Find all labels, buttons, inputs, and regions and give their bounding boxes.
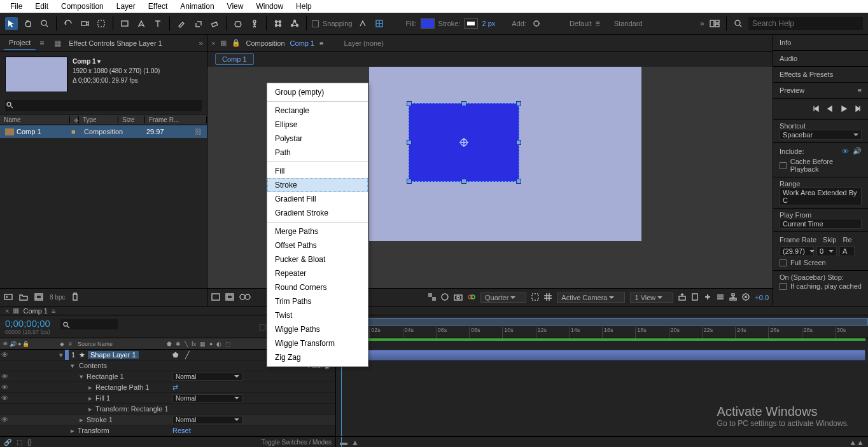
prop-stroke[interactable]: Stroke 1 xyxy=(85,416,170,423)
interpret-icon[interactable] xyxy=(4,293,13,302)
resize-handle[interactable] xyxy=(516,179,521,184)
menu-file[interactable]: File xyxy=(4,1,29,12)
twirl-icon[interactable]: ▾ xyxy=(57,351,65,359)
comp-thumbnail[interactable] xyxy=(5,57,67,92)
flowchart-icon[interactable]: ⛓ xyxy=(195,128,202,135)
workspace-switcher-icon[interactable] xyxy=(708,17,721,30)
project-item-row[interactable]: Comp 1 ■ Composition 29.97 ⛓ xyxy=(0,125,207,138)
workspace-default[interactable]: Default xyxy=(570,20,592,27)
tab-layer[interactable]: Layer (none) xyxy=(344,39,384,47)
link-icon[interactable]: 🔗 xyxy=(4,439,11,446)
menu-round-corners[interactable]: Round Corners xyxy=(267,280,368,294)
anchor-point-icon[interactable] xyxy=(459,138,468,147)
overflow-icon[interactable]: » xyxy=(700,19,704,28)
include-video-icon[interactable]: 👁 xyxy=(842,148,849,155)
blendmode-dropdown[interactable]: Normal xyxy=(172,373,242,381)
add-shape-context-menu[interactable]: Group (empty) Rectangle Ellipse Polystar… xyxy=(267,83,368,367)
menu-window[interactable]: Window xyxy=(249,1,290,12)
eye-toggle[interactable]: 👁 xyxy=(0,383,9,391)
blendmode-dropdown[interactable]: Normal xyxy=(172,394,242,402)
col-label-icon[interactable]: ◆ xyxy=(70,116,79,123)
resize-handle[interactable] xyxy=(516,140,521,145)
current-time[interactable]: 0;00;00;00 xyxy=(5,318,50,329)
framerate-dropdown[interactable]: (29.97) xyxy=(780,246,814,256)
resize-handle[interactable] xyxy=(461,101,466,106)
goggles-icon[interactable] xyxy=(239,294,251,301)
menu-pucker-bloat[interactable]: Pucker & Bloat xyxy=(267,252,368,266)
tab-project[interactable]: Project xyxy=(4,36,36,50)
range-dropdown[interactable]: Work Area Extended By C xyxy=(780,188,862,205)
grid-icon[interactable] xyxy=(544,293,552,302)
twirl-icon[interactable]: ▸ xyxy=(69,427,76,435)
menu-edit[interactable]: Edit xyxy=(29,1,55,12)
menu-wiggle-paths[interactable]: Wiggle Paths xyxy=(267,322,368,336)
resize-handle[interactable] xyxy=(461,179,466,184)
menu-polystar[interactable]: Polystar xyxy=(267,132,368,146)
layer-prop-row[interactable]: 👁 ▸ Fill 1 Normal xyxy=(0,393,335,404)
pen-tool-icon[interactable] xyxy=(135,17,148,30)
shy-icon[interactable]: ⬚ xyxy=(259,322,266,331)
timeline-icon[interactable] xyxy=(717,293,724,302)
new-comp-icon[interactable] xyxy=(34,293,43,302)
menu-merge-paths[interactable]: Merge Paths xyxy=(267,224,368,238)
comp-name[interactable]: Comp 1 ▾ xyxy=(73,57,160,66)
snap-opt-icon[interactable] xyxy=(356,17,369,30)
layer-prop-row[interactable]: ▸ Transform: Rectangle 1 xyxy=(0,404,335,415)
twirl-icon[interactable]: ▾ xyxy=(69,362,76,370)
twirl-icon[interactable]: ▸ xyxy=(87,383,94,392)
cache-checkbox[interactable] xyxy=(780,162,787,169)
menu-offset-paths[interactable]: Offset Paths xyxy=(267,238,368,252)
rectangle-tool-icon[interactable] xyxy=(118,17,131,30)
burger-icon[interactable]: ≡ xyxy=(596,19,600,28)
resize-handle[interactable] xyxy=(516,101,521,106)
menu-wiggle-transform[interactable]: Wiggle Transform xyxy=(267,336,368,350)
trash-icon[interactable] xyxy=(71,292,79,303)
menu-trim-paths[interactable]: Trim Paths xyxy=(267,294,368,308)
col-sourcename[interactable]: Source Name xyxy=(75,341,164,347)
menu-rectangle[interactable]: Rectangle xyxy=(267,104,368,118)
menu-composition[interactable]: Composition xyxy=(55,1,110,12)
reset-exposure-icon[interactable] xyxy=(742,293,750,302)
twirl-icon[interactable]: ▸ xyxy=(87,405,94,413)
bpc-label[interactable]: 8 bpc xyxy=(50,294,65,301)
share-icon[interactable] xyxy=(678,293,686,302)
menu-layer[interactable]: Layer xyxy=(110,1,142,12)
eye-toggle[interactable]: 👁 xyxy=(0,373,9,380)
mesh-icon[interactable] xyxy=(272,17,284,30)
pixel-aspect-icon[interactable] xyxy=(691,293,699,302)
composition-canvas[interactable] xyxy=(369,67,641,241)
zoom-in-icon[interactable]: ▲▲ xyxy=(849,438,864,447)
ifcaching-checkbox[interactable] xyxy=(780,283,787,290)
magnification-icon[interactable] xyxy=(211,293,220,302)
work-area-bar[interactable] xyxy=(336,318,868,326)
menu-fill[interactable]: Fill xyxy=(267,164,368,178)
label-color-icon[interactable]: ■ xyxy=(71,128,80,135)
shortcut-dropdown[interactable]: Spacebar xyxy=(780,130,862,140)
tab-composition-name[interactable]: Comp 1 xyxy=(290,39,315,47)
include-audio-icon[interactable]: 🔊 xyxy=(853,147,862,155)
panel-menu-icon[interactable]: ≡ xyxy=(52,307,55,315)
transparency-grid-icon[interactable] xyxy=(428,293,436,302)
menu-gradient-stroke[interactable]: Gradient Stroke xyxy=(267,206,368,220)
fill-color-swatch[interactable] xyxy=(421,18,435,29)
twirl-icon[interactable]: ▸ xyxy=(87,394,94,402)
brush-tool-icon[interactable] xyxy=(175,17,188,30)
fullscreen-checkbox[interactable] xyxy=(780,259,787,266)
project-search-input[interactable] xyxy=(5,100,202,111)
flowchart-icon[interactable] xyxy=(729,293,737,302)
fast-preview-icon[interactable] xyxy=(704,293,711,302)
prop-transform-rect[interactable]: Transform: Rectangle 1 xyxy=(94,405,335,413)
menu-gradient-fill[interactable]: Gradient Fill xyxy=(267,192,368,206)
panel-menu-icon[interactable]: ≡ xyxy=(39,39,44,48)
play-icon[interactable] xyxy=(840,105,848,113)
puppet-tool-icon[interactable] xyxy=(248,17,261,30)
timeline-tab[interactable]: Comp 1 xyxy=(23,307,48,315)
prev-frame-icon[interactable] xyxy=(826,105,834,113)
channel-icon[interactable] xyxy=(468,293,475,302)
panel-audio[interactable]: Audio xyxy=(773,51,868,67)
twirl-icon[interactable]: ▾ xyxy=(78,373,85,381)
zoom-tool-icon[interactable] xyxy=(38,17,51,30)
snapping-checkbox[interactable] xyxy=(312,20,319,27)
close-tab-icon[interactable]: × xyxy=(211,39,215,47)
tab-effect-controls[interactable]: Effect Controls Shape Layer 1 xyxy=(64,37,167,50)
